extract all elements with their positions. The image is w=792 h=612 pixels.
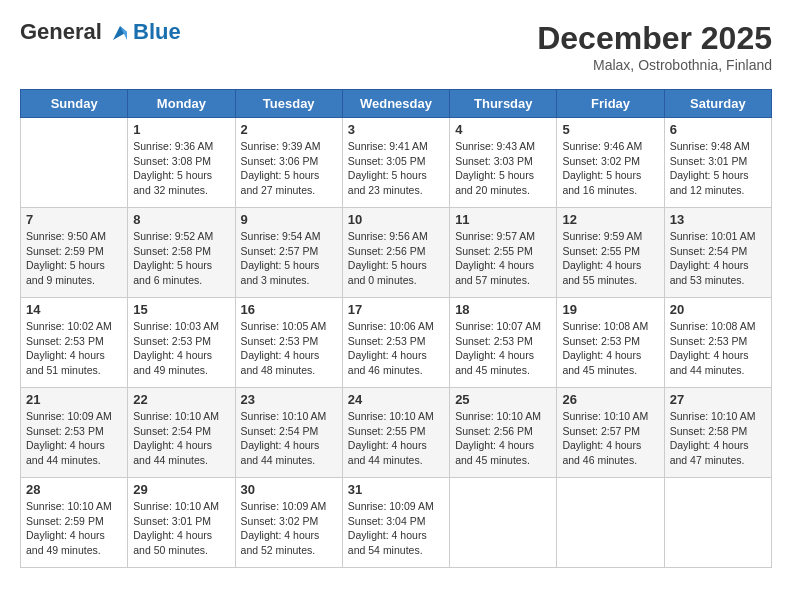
day-number: 2 (241, 122, 337, 137)
day-number: 19 (562, 302, 658, 317)
day-number: 23 (241, 392, 337, 407)
calendar-cell: 2Sunrise: 9:39 AMSunset: 3:06 PMDaylight… (235, 118, 342, 208)
day-info: Sunrise: 9:41 AMSunset: 3:05 PMDaylight:… (348, 139, 444, 198)
header-wednesday: Wednesday (342, 90, 449, 118)
header-monday: Monday (128, 90, 235, 118)
month-title: December 2025 (537, 20, 772, 57)
calendar-cell: 23Sunrise: 10:10 AMSunset: 2:54 PMDaylig… (235, 388, 342, 478)
calendar-cell (21, 118, 128, 208)
calendar-week-4: 21Sunrise: 10:09 AMSunset: 2:53 PMDaylig… (21, 388, 772, 478)
logo: General Blue (20, 20, 181, 44)
day-number: 21 (26, 392, 122, 407)
calendar-week-3: 14Sunrise: 10:02 AMSunset: 2:53 PMDaylig… (21, 298, 772, 388)
day-info: Sunrise: 9:59 AMSunset: 2:55 PMDaylight:… (562, 229, 658, 288)
logo-blue: Blue (133, 20, 181, 44)
calendar-cell: 21Sunrise: 10:09 AMSunset: 2:53 PMDaylig… (21, 388, 128, 478)
day-number: 26 (562, 392, 658, 407)
day-number: 9 (241, 212, 337, 227)
day-info: Sunrise: 9:43 AMSunset: 3:03 PMDaylight:… (455, 139, 551, 198)
calendar-week-5: 28Sunrise: 10:10 AMSunset: 2:59 PMDaylig… (21, 478, 772, 568)
calendar-cell: 30Sunrise: 10:09 AMSunset: 3:02 PMDaylig… (235, 478, 342, 568)
calendar-cell (450, 478, 557, 568)
calendar-cell: 3Sunrise: 9:41 AMSunset: 3:05 PMDaylight… (342, 118, 449, 208)
calendar-cell: 12Sunrise: 9:59 AMSunset: 2:55 PMDayligh… (557, 208, 664, 298)
day-info: Sunrise: 10:05 AMSunset: 2:53 PMDaylight… (241, 319, 337, 378)
day-info: Sunrise: 9:57 AMSunset: 2:55 PMDaylight:… (455, 229, 551, 288)
calendar-cell: 16Sunrise: 10:05 AMSunset: 2:53 PMDaylig… (235, 298, 342, 388)
logo-icon (109, 22, 131, 44)
day-number: 7 (26, 212, 122, 227)
day-info: Sunrise: 9:52 AMSunset: 2:58 PMDaylight:… (133, 229, 229, 288)
calendar-cell (664, 478, 771, 568)
header-sunday: Sunday (21, 90, 128, 118)
day-number: 30 (241, 482, 337, 497)
calendar-cell: 11Sunrise: 9:57 AMSunset: 2:55 PMDayligh… (450, 208, 557, 298)
calendar-cell: 24Sunrise: 10:10 AMSunset: 2:55 PMDaylig… (342, 388, 449, 478)
calendar-cell: 17Sunrise: 10:06 AMSunset: 2:53 PMDaylig… (342, 298, 449, 388)
calendar-week-1: 1Sunrise: 9:36 AMSunset: 3:08 PMDaylight… (21, 118, 772, 208)
calendar-cell (557, 478, 664, 568)
day-info: Sunrise: 10:10 AMSunset: 3:01 PMDaylight… (133, 499, 229, 558)
header-saturday: Saturday (664, 90, 771, 118)
calendar-cell: 19Sunrise: 10:08 AMSunset: 2:53 PMDaylig… (557, 298, 664, 388)
day-number: 3 (348, 122, 444, 137)
day-number: 10 (348, 212, 444, 227)
calendar-cell: 8Sunrise: 9:52 AMSunset: 2:58 PMDaylight… (128, 208, 235, 298)
day-info: Sunrise: 10:07 AMSunset: 2:53 PMDaylight… (455, 319, 551, 378)
day-number: 16 (241, 302, 337, 317)
day-number: 22 (133, 392, 229, 407)
calendar-cell: 13Sunrise: 10:01 AMSunset: 2:54 PMDaylig… (664, 208, 771, 298)
calendar-cell: 29Sunrise: 10:10 AMSunset: 3:01 PMDaylig… (128, 478, 235, 568)
day-number: 8 (133, 212, 229, 227)
calendar-cell: 25Sunrise: 10:10 AMSunset: 2:56 PMDaylig… (450, 388, 557, 478)
day-info: Sunrise: 10:06 AMSunset: 2:53 PMDaylight… (348, 319, 444, 378)
day-info: Sunrise: 9:36 AMSunset: 3:08 PMDaylight:… (133, 139, 229, 198)
day-number: 11 (455, 212, 551, 227)
location: Malax, Ostrobothnia, Finland (537, 57, 772, 73)
day-number: 20 (670, 302, 766, 317)
day-info: Sunrise: 10:10 AMSunset: 2:54 PMDaylight… (133, 409, 229, 468)
calendar-cell: 18Sunrise: 10:07 AMSunset: 2:53 PMDaylig… (450, 298, 557, 388)
calendar-cell: 1Sunrise: 9:36 AMSunset: 3:08 PMDaylight… (128, 118, 235, 208)
calendar-cell: 15Sunrise: 10:03 AMSunset: 2:53 PMDaylig… (128, 298, 235, 388)
day-info: Sunrise: 9:56 AMSunset: 2:56 PMDaylight:… (348, 229, 444, 288)
day-info: Sunrise: 10:08 AMSunset: 2:53 PMDaylight… (562, 319, 658, 378)
header-friday: Friday (557, 90, 664, 118)
day-number: 29 (133, 482, 229, 497)
calendar-week-2: 7Sunrise: 9:50 AMSunset: 2:59 PMDaylight… (21, 208, 772, 298)
day-number: 13 (670, 212, 766, 227)
calendar-cell: 26Sunrise: 10:10 AMSunset: 2:57 PMDaylig… (557, 388, 664, 478)
day-number: 24 (348, 392, 444, 407)
day-info: Sunrise: 9:48 AMSunset: 3:01 PMDaylight:… (670, 139, 766, 198)
day-info: Sunrise: 10:10 AMSunset: 2:59 PMDaylight… (26, 499, 122, 558)
calendar-cell: 14Sunrise: 10:02 AMSunset: 2:53 PMDaylig… (21, 298, 128, 388)
day-info: Sunrise: 10:02 AMSunset: 2:53 PMDaylight… (26, 319, 122, 378)
day-info: Sunrise: 10:10 AMSunset: 2:54 PMDaylight… (241, 409, 337, 468)
day-number: 15 (133, 302, 229, 317)
calendar-cell: 4Sunrise: 9:43 AMSunset: 3:03 PMDaylight… (450, 118, 557, 208)
day-info: Sunrise: 10:03 AMSunset: 2:53 PMDaylight… (133, 319, 229, 378)
day-info: Sunrise: 10:10 AMSunset: 2:55 PMDaylight… (348, 409, 444, 468)
calendar-cell: 7Sunrise: 9:50 AMSunset: 2:59 PMDaylight… (21, 208, 128, 298)
day-number: 18 (455, 302, 551, 317)
day-number: 27 (670, 392, 766, 407)
day-info: Sunrise: 9:54 AMSunset: 2:57 PMDaylight:… (241, 229, 337, 288)
header-tuesday: Tuesday (235, 90, 342, 118)
calendar-cell: 20Sunrise: 10:08 AMSunset: 2:53 PMDaylig… (664, 298, 771, 388)
day-number: 28 (26, 482, 122, 497)
day-number: 31 (348, 482, 444, 497)
day-info: Sunrise: 10:09 AMSunset: 2:53 PMDaylight… (26, 409, 122, 468)
calendar-cell: 31Sunrise: 10:09 AMSunset: 3:04 PMDaylig… (342, 478, 449, 568)
calendar-cell: 22Sunrise: 10:10 AMSunset: 2:54 PMDaylig… (128, 388, 235, 478)
day-number: 12 (562, 212, 658, 227)
calendar-cell: 27Sunrise: 10:10 AMSunset: 2:58 PMDaylig… (664, 388, 771, 478)
day-info: Sunrise: 10:10 AMSunset: 2:57 PMDaylight… (562, 409, 658, 468)
day-info: Sunrise: 10:01 AMSunset: 2:54 PMDaylight… (670, 229, 766, 288)
day-number: 17 (348, 302, 444, 317)
calendar-header-row: SundayMondayTuesdayWednesdayThursdayFrid… (21, 90, 772, 118)
day-info: Sunrise: 9:50 AMSunset: 2:59 PMDaylight:… (26, 229, 122, 288)
day-info: Sunrise: 10:10 AMSunset: 2:58 PMDaylight… (670, 409, 766, 468)
calendar-cell: 5Sunrise: 9:46 AMSunset: 3:02 PMDaylight… (557, 118, 664, 208)
day-info: Sunrise: 10:08 AMSunset: 2:53 PMDaylight… (670, 319, 766, 378)
day-info: Sunrise: 9:39 AMSunset: 3:06 PMDaylight:… (241, 139, 337, 198)
